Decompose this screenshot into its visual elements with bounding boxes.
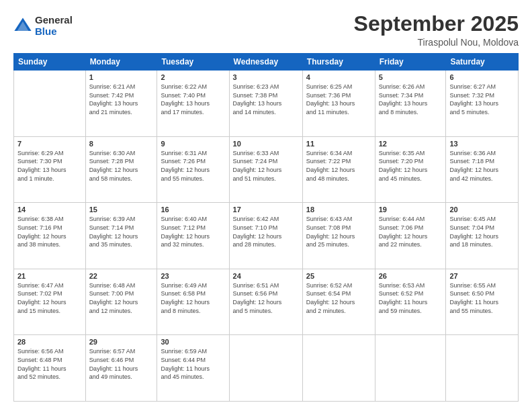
table-row: 3Sunrise: 6:23 AM Sunset: 7:38 PM Daylig…	[229, 71, 302, 137]
table-row: 6Sunrise: 6:27 AM Sunset: 7:32 PM Daylig…	[446, 71, 519, 137]
header-friday: Friday	[375, 54, 446, 71]
table-row: 23Sunrise: 6:49 AM Sunset: 6:58 PM Dayli…	[157, 269, 229, 335]
logo-icon	[13, 17, 32, 36]
page: General Blue September 2025 Tiraspolul N…	[0, 0, 532, 411]
table-row: 14Sunrise: 6:38 AM Sunset: 7:16 PM Dayli…	[14, 203, 86, 269]
header-tuesday: Tuesday	[157, 54, 229, 71]
day-info: Sunrise: 6:56 AM Sunset: 6:48 PM Dayligh…	[17, 347, 82, 381]
table-row: 22Sunrise: 6:48 AM Sunset: 7:00 PM Dayli…	[85, 269, 157, 335]
day-info: Sunrise: 6:53 AM Sunset: 6:52 PM Dayligh…	[379, 281, 443, 315]
day-number: 5	[379, 73, 443, 81]
day-info: Sunrise: 6:25 AM Sunset: 7:36 PM Dayligh…	[306, 83, 371, 116]
table-row	[14, 71, 86, 137]
day-info: Sunrise: 6:31 AM Sunset: 7:26 PM Dayligh…	[161, 149, 225, 183]
calendar-table: Sunday Monday Tuesday Wednesday Thursday…	[13, 53, 519, 402]
table-row: 29Sunrise: 6:57 AM Sunset: 6:46 PM Dayli…	[85, 335, 157, 402]
day-number: 6	[449, 73, 515, 81]
day-info: Sunrise: 6:42 AM Sunset: 7:10 PM Dayligh…	[233, 215, 299, 248]
day-info: Sunrise: 6:23 AM Sunset: 7:38 PM Dayligh…	[233, 83, 299, 116]
day-number: 12	[379, 140, 443, 148]
day-number: 22	[89, 272, 154, 280]
table-row: 9Sunrise: 6:31 AM Sunset: 7:26 PM Daylig…	[157, 136, 229, 203]
day-info: Sunrise: 6:29 AM Sunset: 7:30 PM Dayligh…	[17, 149, 82, 183]
day-number: 15	[89, 205, 154, 214]
day-number: 23	[161, 272, 225, 280]
day-number: 13	[449, 140, 515, 148]
month-title: September 2025	[354, 12, 519, 36]
location-subtitle: Tiraspolul Nou, Moldova	[354, 37, 519, 48]
logo-general-text: General	[35, 15, 73, 26]
table-row: 17Sunrise: 6:42 AM Sunset: 7:10 PM Dayli…	[229, 203, 302, 269]
day-info: Sunrise: 6:49 AM Sunset: 6:58 PM Dayligh…	[161, 281, 225, 315]
logo-text: General Blue	[35, 15, 73, 37]
table-row	[229, 335, 302, 402]
table-row: 15Sunrise: 6:39 AM Sunset: 7:14 PM Dayli…	[85, 203, 157, 269]
day-number: 14	[17, 205, 82, 214]
table-row: 8Sunrise: 6:30 AM Sunset: 7:28 PM Daylig…	[85, 136, 157, 203]
table-row: 16Sunrise: 6:40 AM Sunset: 7:12 PM Dayli…	[157, 203, 229, 269]
table-row: 24Sunrise: 6:51 AM Sunset: 6:56 PM Dayli…	[229, 269, 302, 335]
day-info: Sunrise: 6:59 AM Sunset: 6:44 PM Dayligh…	[161, 347, 225, 381]
table-row: 11Sunrise: 6:34 AM Sunset: 7:22 PM Dayli…	[302, 136, 375, 203]
header-sunday: Sunday	[14, 54, 86, 71]
day-number: 2	[161, 73, 225, 81]
day-number: 20	[449, 205, 515, 214]
table-row: 27Sunrise: 6:55 AM Sunset: 6:50 PM Dayli…	[446, 269, 519, 335]
table-row	[375, 335, 446, 402]
header-monday: Monday	[85, 54, 157, 71]
table-row: 20Sunrise: 6:45 AM Sunset: 7:04 PM Dayli…	[446, 203, 519, 269]
header-saturday: Saturday	[446, 54, 519, 71]
day-info: Sunrise: 6:36 AM Sunset: 7:18 PM Dayligh…	[449, 149, 515, 183]
table-row	[446, 335, 519, 402]
table-row: 4Sunrise: 6:25 AM Sunset: 7:36 PM Daylig…	[302, 71, 375, 137]
table-row: 7Sunrise: 6:29 AM Sunset: 7:30 PM Daylig…	[14, 136, 86, 203]
table-row: 1Sunrise: 6:21 AM Sunset: 7:42 PM Daylig…	[85, 71, 157, 137]
logo-blue-text: Blue	[35, 26, 73, 38]
day-number: 19	[379, 205, 443, 214]
table-row: 12Sunrise: 6:35 AM Sunset: 7:20 PM Dayli…	[375, 136, 446, 203]
day-number: 11	[306, 140, 371, 148]
day-number: 26	[379, 272, 443, 280]
day-info: Sunrise: 6:44 AM Sunset: 7:06 PM Dayligh…	[379, 215, 443, 248]
header-thursday: Thursday	[302, 54, 375, 71]
day-number: 17	[233, 205, 299, 214]
day-info: Sunrise: 6:51 AM Sunset: 6:56 PM Dayligh…	[233, 281, 299, 315]
day-info: Sunrise: 6:30 AM Sunset: 7:28 PM Dayligh…	[89, 149, 154, 183]
day-number: 28	[17, 338, 82, 346]
day-info: Sunrise: 6:48 AM Sunset: 7:00 PM Dayligh…	[89, 281, 154, 315]
day-info: Sunrise: 6:33 AM Sunset: 7:24 PM Dayligh…	[233, 149, 299, 183]
day-number: 3	[233, 73, 299, 81]
day-info: Sunrise: 6:43 AM Sunset: 7:08 PM Dayligh…	[306, 215, 371, 248]
day-number: 25	[306, 272, 371, 280]
day-info: Sunrise: 6:34 AM Sunset: 7:22 PM Dayligh…	[306, 149, 371, 183]
table-row: 18Sunrise: 6:43 AM Sunset: 7:08 PM Dayli…	[302, 203, 375, 269]
table-row: 19Sunrise: 6:44 AM Sunset: 7:06 PM Dayli…	[375, 203, 446, 269]
logo: General Blue	[13, 15, 73, 37]
day-info: Sunrise: 6:22 AM Sunset: 7:40 PM Dayligh…	[161, 83, 225, 116]
header: General Blue September 2025 Tiraspolul N…	[13, 12, 519, 48]
day-info: Sunrise: 6:38 AM Sunset: 7:16 PM Dayligh…	[17, 215, 82, 248]
day-number: 30	[161, 338, 225, 346]
day-number: 10	[233, 140, 299, 148]
day-number: 9	[161, 140, 225, 148]
table-row: 2Sunrise: 6:22 AM Sunset: 7:40 PM Daylig…	[157, 71, 229, 137]
day-info: Sunrise: 6:57 AM Sunset: 6:46 PM Dayligh…	[89, 347, 154, 381]
table-row: 30Sunrise: 6:59 AM Sunset: 6:44 PM Dayli…	[157, 335, 229, 402]
day-info: Sunrise: 6:27 AM Sunset: 7:32 PM Dayligh…	[449, 83, 515, 116]
table-row	[302, 335, 375, 402]
table-row: 10Sunrise: 6:33 AM Sunset: 7:24 PM Dayli…	[229, 136, 302, 203]
day-number: 18	[306, 205, 371, 214]
day-info: Sunrise: 6:47 AM Sunset: 7:02 PM Dayligh…	[17, 281, 82, 315]
day-info: Sunrise: 6:40 AM Sunset: 7:12 PM Dayligh…	[161, 215, 225, 248]
day-info: Sunrise: 6:39 AM Sunset: 7:14 PM Dayligh…	[89, 215, 154, 248]
day-number: 1	[89, 73, 154, 81]
day-info: Sunrise: 6:21 AM Sunset: 7:42 PM Dayligh…	[89, 83, 154, 116]
title-block: September 2025 Tiraspolul Nou, Moldova	[354, 12, 519, 48]
day-number: 16	[161, 205, 225, 214]
table-row: 5Sunrise: 6:26 AM Sunset: 7:34 PM Daylig…	[375, 71, 446, 137]
day-number: 27	[449, 272, 515, 280]
table-row: 25Sunrise: 6:52 AM Sunset: 6:54 PM Dayli…	[302, 269, 375, 335]
day-number: 7	[17, 140, 82, 148]
day-number: 21	[17, 272, 82, 280]
day-info: Sunrise: 6:45 AM Sunset: 7:04 PM Dayligh…	[449, 215, 515, 248]
